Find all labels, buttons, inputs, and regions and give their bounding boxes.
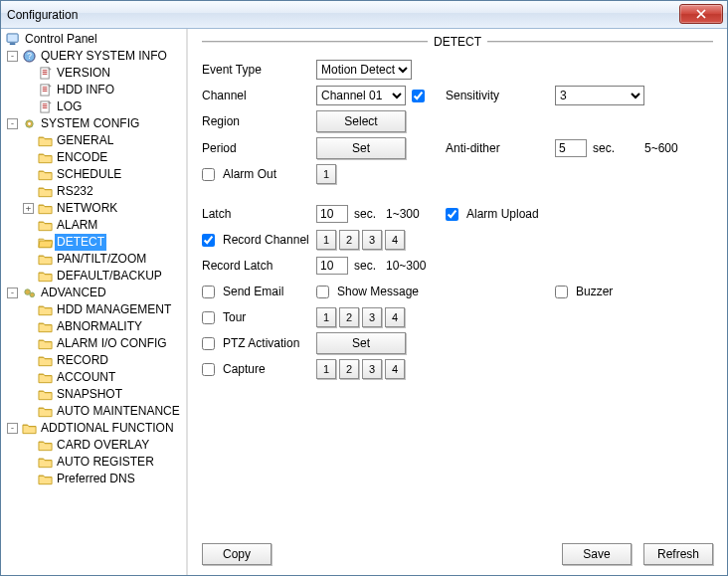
buzzer-checkbox[interactable]: Buzzer [555,285,613,298]
tree-item[interactable]: DETECT [3,234,186,251]
tree-item-label: RS232 [55,183,95,200]
capture-1[interactable]: 1 [316,359,336,379]
folder-icon [37,133,53,149]
copy-button[interactable]: Copy [202,543,272,565]
record-ch-3[interactable]: 3 [362,230,382,250]
channel-enable-checkbox[interactable] [412,90,425,102]
tree-item-label: ENCODE [55,149,109,166]
svg-rect-4 [40,68,48,79]
tree-group[interactable]: -ADVANCED [3,285,186,301]
record-ch-4[interactable]: 4 [385,230,405,250]
tree-item[interactable]: Preferred DNS [3,471,186,487]
send-email-checkbox[interactable]: Send Email [202,285,283,298]
show-message-checkbox[interactable]: Show Message [316,285,419,298]
qmark-icon: ? [21,49,37,65]
tree-item[interactable]: ALARM [3,217,186,234]
close-button[interactable] [679,4,723,24]
tree-item-label: VERSION [55,65,112,82]
tree-item[interactable]: ALARM I/O CONFIG [3,335,186,352]
folder-icon [37,150,53,166]
sensitivity-label: Sensitivity [446,89,499,102]
tree-item-label: AUTO REGISTER [55,454,156,471]
record-latch-input[interactable] [316,257,348,275]
capture-2[interactable]: 2 [339,359,359,379]
latch-input[interactable] [316,205,348,223]
tree-group[interactable]: -ADDTIONAL FUNCTION [3,420,186,437]
tree-item[interactable]: HDD INFO [3,82,186,98]
tree-item-label: HDD MANAGEMENT [55,301,173,318]
folder-icon [37,336,53,352]
tour-1[interactable]: 1 [316,307,336,327]
alarm-out-1-button[interactable]: 1 [316,164,336,184]
expand-icon[interactable]: + [23,203,34,214]
tree-item[interactable]: ACCOUNT [3,369,186,386]
collapse-icon[interactable]: - [7,288,18,298]
tree-group-label: QUERY SYSTEM INFO [39,48,169,65]
tree-item[interactable]: SCHEDULE [3,166,186,183]
tree-item[interactable]: +NETWORK [3,200,186,217]
title-bar: Configuration [1,1,727,29]
tree-item-label: ALARM I/O CONFIG [55,335,169,352]
alarm-out-checkbox[interactable]: Alarm Out [202,167,276,181]
tree-item[interactable]: VERSION [3,65,186,82]
tree-item[interactable]: DEFAULT/BACKUP [3,268,186,285]
sidebar: Control Panel -?QUERY SYSTEM INFOVERSION… [1,29,188,575]
tree-item[interactable]: SNAPSHOT [3,386,186,403]
tree-item[interactable]: ENCODE [3,149,186,166]
tree-group[interactable]: -?QUERY SYSTEM INFO [3,48,186,65]
tour-2[interactable]: 2 [339,307,359,327]
alarm-upload-checkbox[interactable]: Alarm Upload [446,207,539,221]
collapse-icon[interactable]: - [7,118,18,129]
tree-item[interactable]: PAN/TILT/ZOOM [3,251,186,268]
collapse-icon[interactable]: - [7,423,18,434]
record-latch-label: Record Latch [202,259,273,273]
svg-point-9 [24,289,30,295]
record-channel-checkbox[interactable]: Record Channel [202,233,309,247]
tree-item[interactable]: LOG [3,98,186,115]
collapse-icon[interactable]: - [7,51,18,62]
period-set-button[interactable]: Set [316,137,406,159]
region-select-button[interactable]: Select [316,110,406,132]
tree-item[interactable]: CARD OVERLAY [3,437,186,454]
capture-checkbox[interactable]: Capture [202,362,266,376]
folder-icon [37,455,53,471]
folder-icon [37,319,53,335]
refresh-button[interactable]: Refresh [643,543,713,565]
tour-4[interactable]: 4 [385,307,405,327]
tree-item[interactable]: HDD MANAGEMENT [3,301,186,318]
event-type-select[interactable]: Motion Detect [316,60,412,80]
tree-item[interactable]: GENERAL [3,132,186,149]
tree-item[interactable]: ABNORMALITY [3,318,186,335]
anti-dither-input[interactable] [555,139,587,157]
tree-item[interactable]: AUTO REGISTER [3,454,186,471]
tree-root[interactable]: Control Panel [3,31,186,48]
tour-3[interactable]: 3 [362,307,382,327]
tree-item-label: RECORD [55,352,110,369]
ptz-set-button[interactable]: Set [316,332,406,354]
tree-item-label: DEFAULT/BACKUP [55,268,164,285]
tree-item[interactable]: RS232 [3,183,186,200]
tree-item-label: LOG [55,98,84,115]
detail-panel: DETECT Event Type Motion Detect Channel … [188,29,727,575]
tree-group-label: SYSTEM CONFIG [39,115,141,132]
tree-group-label: ADVANCED [39,285,108,301]
folder-icon [37,404,53,420]
doc-icon [37,99,53,115]
tree-group[interactable]: -SYSTEM CONFIG [3,115,186,132]
record-ch-1[interactable]: 1 [316,230,336,250]
panel-heading: DETECT [202,35,713,49]
folder-icon [37,438,53,454]
tree-item[interactable]: RECORD [3,352,186,369]
folder-icon [37,269,53,285]
tour-checkbox[interactable]: Tour [202,310,246,324]
tree-group-label: ADDTIONAL FUNCTION [39,420,176,437]
tree-item[interactable]: AUTO MAINTENANCE [3,403,186,420]
tree-item-label: Preferred DNS [55,471,137,487]
capture-4[interactable]: 4 [385,359,405,379]
sensitivity-select[interactable]: 3 [555,86,644,105]
record-ch-2[interactable]: 2 [339,230,359,250]
ptz-activation-checkbox[interactable]: PTZ Activation [202,336,299,350]
save-button[interactable]: Save [562,543,632,565]
channel-select[interactable]: Channel 01 [316,86,406,105]
capture-3[interactable]: 3 [362,359,382,379]
